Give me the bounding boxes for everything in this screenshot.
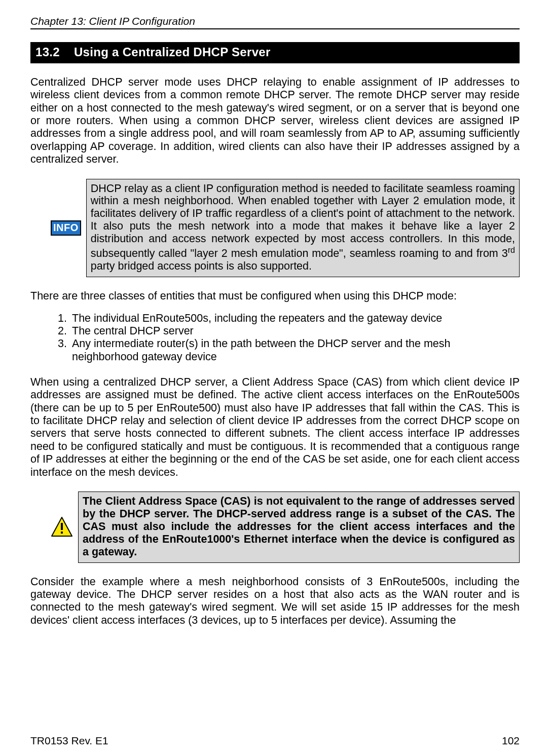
warning-callout: The Client Address Space (CAS) is not eq…: [51, 492, 520, 563]
paragraph-intro: Centralized DHCP server mode uses DHCP r…: [30, 76, 520, 166]
paragraph-list-intro: There are three classes of entities that…: [30, 290, 520, 303]
info-text-sup: rd: [508, 245, 515, 254]
section-number: 13.2: [35, 45, 60, 59]
svg-rect-1: [61, 523, 63, 530]
paragraph-cas: When using a centralized DHCP server, a …: [30, 376, 520, 479]
list-item: The central DHCP server: [70, 325, 520, 337]
section-heading: 13.2Using a Centralized DHCP Server: [30, 42, 520, 63]
paragraph-example: Consider the example where a mesh neighb…: [30, 576, 520, 627]
footer-doc-rev: TR0153 Rev. E1: [30, 735, 108, 747]
info-badge-label: INFO: [51, 220, 81, 236]
footer-page-number: 102: [502, 735, 520, 747]
svg-rect-2: [61, 532, 63, 534]
warning-icon: [51, 516, 73, 538]
section-title: Using a Centralized DHCP Server: [74, 45, 271, 59]
info-callout-text: DHCP relay as a client IP configuration …: [86, 179, 520, 278]
info-text-post: party bridged access points is also supp…: [91, 260, 312, 272]
config-list: The individual EnRoute500s, including th…: [30, 312, 520, 363]
list-item: The individual EnRoute500s, including th…: [70, 312, 520, 325]
warning-callout-text: The Client Address Space (CAS) is not eq…: [78, 492, 520, 563]
info-callout: INFO DHCP relay as a client IP configura…: [51, 179, 520, 278]
list-item: Any intermediate router(s) in the path b…: [70, 337, 520, 363]
info-icon: INFO: [51, 220, 81, 236]
page-header: Chapter 13: Client IP Configuration: [30, 15, 520, 29]
info-text-pre: DHCP relay as a client IP configuration …: [91, 182, 515, 260]
page-footer: TR0153 Rev. E1 102: [30, 735, 520, 747]
